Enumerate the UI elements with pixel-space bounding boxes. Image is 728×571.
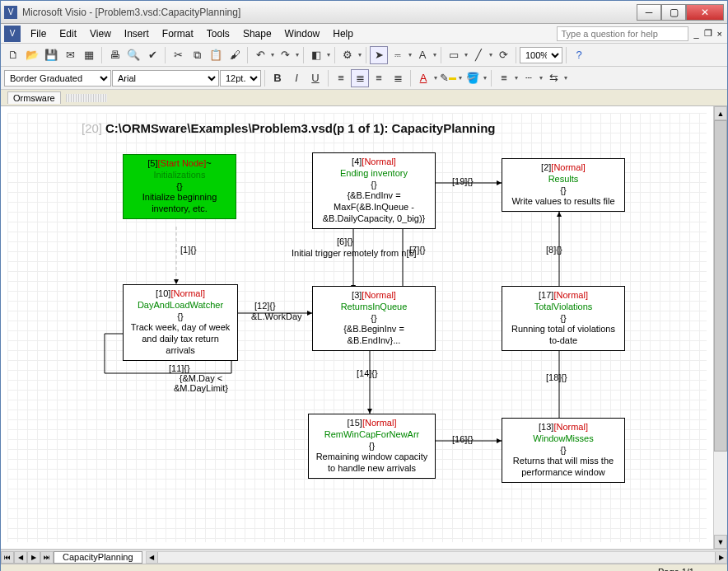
menu-format[interactable]: Format (156, 26, 200, 41)
mdi-restore[interactable]: ❐ (702, 28, 714, 39)
underline-icon[interactable]: U (306, 69, 324, 87)
menu-shape[interactable]: Shape (236, 26, 278, 41)
undo-dd[interactable]: ▾ (270, 51, 275, 59)
window-title: Microsoft Visio - [Problem3.vsd:Capacity… (22, 7, 637, 18)
node-5-start[interactable]: [5][Start Node]~ Initializations {} Init… (123, 154, 236, 219)
hscroll-right-icon[interactable]: ▶ (715, 552, 726, 563)
style-select[interactable]: Border Graduated (4, 70, 111, 87)
shapes-icon[interactable]: ◧ (307, 46, 325, 64)
align-just-icon[interactable]: ≣ (389, 69, 407, 87)
fill-color-icon[interactable]: 🪣 (464, 69, 482, 87)
new-icon[interactable]: 🗋 (4, 46, 22, 64)
rotate-icon[interactable]: ⟳ (494, 46, 512, 64)
node-2-results[interactable]: [2][Normal] Results {} Write values to r… (502, 158, 625, 212)
minimize-button[interactable]: ─ (637, 4, 661, 21)
stencil-icon[interactable]: ▦ (80, 46, 98, 64)
open-icon[interactable]: 📂 (23, 46, 41, 64)
node-3-returnsq[interactable]: [3][Normal] ReturnsInQueue {} {&B.BeginI… (312, 286, 436, 351)
first-page-icon[interactable]: ⏮ (1, 551, 14, 564)
paste-icon[interactable]: 📋 (207, 46, 225, 64)
edge-19-label: [19]{} (452, 176, 474, 186)
last-page-icon[interactable]: ⏭ (40, 551, 54, 564)
rect-icon[interactable]: ▭ (445, 46, 463, 64)
dash-dd[interactable]: ▾ (539, 74, 544, 82)
menu-view[interactable]: View (83, 26, 118, 41)
maximize-button[interactable]: ▢ (661, 4, 686, 21)
node-13-winmiss[interactable]: [13][Normal] WindowMisses {} Returns tha… (502, 418, 625, 483)
ends-dd[interactable]: ▾ (563, 74, 568, 82)
line-icon[interactable]: ╱ (469, 46, 488, 64)
print-icon[interactable]: 🖶 (105, 46, 124, 64)
menu-insert[interactable]: Insert (118, 26, 156, 41)
ends-icon[interactable]: ⇆ (544, 69, 562, 87)
line-dd[interactable]: ▾ (488, 51, 493, 59)
rect-dd[interactable]: ▾ (464, 51, 469, 59)
node-4-endinv[interactable]: [4][Normal] Ending inventory {} {&B.EndI… (312, 152, 436, 229)
zoom-select[interactable]: 100% (520, 47, 562, 63)
chart-dd[interactable]: ▾ (357, 51, 362, 59)
scroll-thumb[interactable] (714, 120, 727, 452)
edge-6-label: [6]{} (337, 236, 353, 246)
connector-icon[interactable]: ⎓ (389, 46, 407, 64)
vertical-scrollbar[interactable]: ▲ ▼ (713, 106, 727, 549)
node-10-daywatcher[interactable]: [10][Normal] DayAndLoadWatcher {} Track … (123, 284, 238, 361)
helpq-icon[interactable]: ? (570, 46, 588, 64)
menu-tools[interactable]: Tools (200, 26, 236, 41)
next-page-icon[interactable]: ▶ (27, 551, 40, 564)
pane-sizer[interactable] (66, 94, 107, 102)
node-15-remwin[interactable]: [15][Normal] RemWinCapForNewArr {} Remai… (308, 414, 436, 479)
size-select[interactable]: 12pt. (220, 70, 261, 87)
hscroll-left-icon[interactable]: ◀ (147, 552, 158, 563)
align-center-icon[interactable]: ≣ (351, 69, 369, 87)
edge-6-sub: Initial trigger remotely from n[5] (292, 248, 417, 258)
shapes-dd[interactable]: ▾ (326, 51, 331, 59)
line-color-dd[interactable]: ▾ (458, 74, 463, 82)
menu-edit[interactable]: Edit (53, 26, 83, 41)
spell-icon[interactable]: ✔ (143, 46, 161, 64)
node-17-totviol[interactable]: [17][Normal] TotalViolations {} Running … (502, 286, 625, 351)
scroll-up-icon[interactable]: ▲ (714, 106, 727, 120)
drawing-canvas[interactable]: [20]C:\ORMSware\Examples\Problem3.vsd(p … (7, 113, 707, 542)
cut-icon[interactable]: ✂ (169, 46, 187, 64)
doc-icon[interactable]: V (4, 26, 21, 42)
help-search-input[interactable] (557, 26, 688, 41)
redo-icon[interactable]: ↷ (276, 46, 294, 64)
undo-icon[interactable]: ↶ (251, 46, 269, 64)
redo-dd[interactable]: ▾ (295, 51, 300, 59)
bold-icon[interactable]: B (268, 69, 287, 87)
prev-page-icon[interactable]: ◀ (14, 551, 27, 564)
painter-icon[interactable]: 🖌 (226, 46, 244, 64)
weight-icon[interactable]: ≡ (495, 69, 513, 87)
align-left-icon[interactable]: ≡ (332, 69, 350, 87)
save-icon[interactable]: 💾 (42, 46, 60, 64)
italic-icon[interactable]: I (287, 69, 306, 87)
pointer-icon[interactable]: ➤ (370, 46, 388, 64)
align-right-icon[interactable]: ≡ (370, 69, 388, 87)
text-icon[interactable]: A (413, 46, 432, 64)
chart-icon[interactable]: ⚙ (338, 46, 357, 64)
text-dd[interactable]: ▾ (432, 51, 437, 59)
shapes-bar: Ormsware (1, 90, 727, 106)
menu-help[interactable]: Help (326, 26, 360, 41)
shapes-tab-ormsware[interactable]: Ormsware (7, 91, 61, 104)
font-select[interactable]: Arial (112, 70, 219, 87)
connector-dd[interactable]: ▾ (408, 51, 413, 59)
copy-icon[interactable]: ⧉ (188, 46, 206, 64)
horizontal-scroll-track[interactable]: ◀ ▶ (146, 551, 727, 564)
menu-window[interactable]: Window (278, 26, 327, 41)
mdi-minimize[interactable]: _ (692, 29, 700, 39)
font-color-dd[interactable]: ▾ (433, 74, 438, 82)
fill-color-dd[interactable]: ▾ (483, 74, 488, 82)
email-icon[interactable]: ✉ (61, 46, 79, 64)
line-color-icon[interactable]: ✎ (439, 69, 457, 87)
scroll-down-icon[interactable]: ▼ (714, 535, 727, 549)
mdi-close[interactable]: × (716, 29, 724, 39)
menu-bar: V File Edit View Insert Format Tools Sha… (1, 24, 727, 44)
close-button[interactable]: ✕ (686, 4, 724, 21)
font-color-icon[interactable]: A (414, 69, 432, 87)
dash-icon[interactable]: ┄ (520, 69, 538, 87)
weight-dd[interactable]: ▾ (514, 74, 519, 82)
preview-icon[interactable]: 🔍 (124, 46, 142, 64)
page-tab-capacity[interactable]: CapacityPlanning (54, 551, 142, 564)
menu-file[interactable]: File (24, 26, 53, 41)
